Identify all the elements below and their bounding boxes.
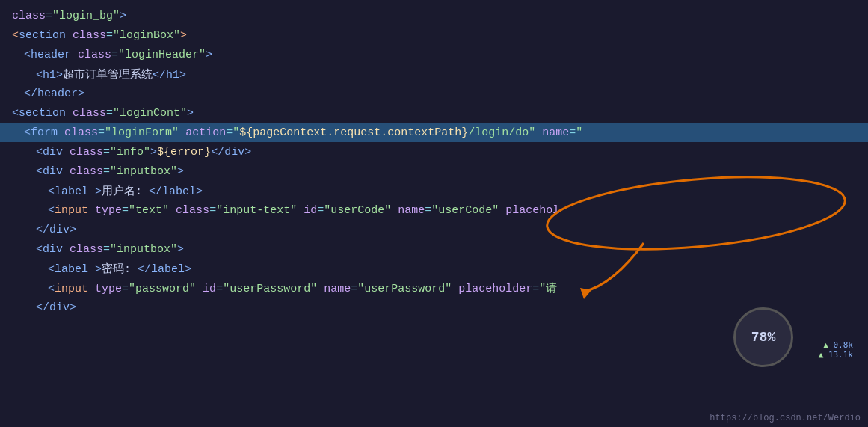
perf-stat1: ▲ 0.8k (819, 340, 853, 350)
code-text: </div> (36, 301, 76, 314)
code-text: <input type="text" class="input-text" id… (48, 204, 559, 217)
bottom-url: https://blog.csdn.net/Werdio (710, 413, 861, 423)
code-text: </div> (36, 224, 76, 236)
code-line: class="login_bg"> (0, 6, 868, 25)
code-line: <label >用户名: </label> (0, 181, 868, 200)
code-line: </header> (0, 84, 868, 103)
code-text: <section class="loginCont"> (12, 107, 194, 120)
code-line: <div class="inputbox"> (0, 162, 868, 181)
perf-stat2: ▲ 13.1k (819, 350, 853, 360)
code-line: <input type="text" class="input-text" id… (0, 200, 868, 220)
code-line: <input type="password" id="userPassword"… (0, 278, 868, 298)
perf-widget: 78% (733, 307, 793, 367)
code-text: <input type="password" id="userPassword"… (48, 281, 557, 295)
code-text: <div class="info">${error}</div> (36, 146, 251, 159)
code-line: <header class="loginHeader"> (0, 45, 868, 64)
perf-stats: ▲ 0.8k ▲ 13.1k (819, 340, 853, 360)
code-line: <section class="loginBox"> (0, 25, 868, 45)
code-text: class="login_bg"> (12, 10, 126, 22)
code-text: <h1>超市订单管理系统</h1> (36, 67, 186, 82)
code-text: <label >用户名: </label> (48, 184, 203, 198)
code-text: <header class="loginHeader"> (24, 49, 212, 61)
code-text: <div class="inputbox"> (36, 165, 184, 178)
code-text: <div class="inputbox"> (36, 243, 184, 256)
code-line: <h1>超市订单管理系统</h1> (0, 64, 868, 84)
code-text: </header> (24, 87, 84, 100)
code-text: <section class="loginBox"> (12, 29, 187, 42)
code-text: <form class="loginForm" action="${pageCo… (24, 126, 582, 139)
code-line: <div class="info">${error}</div> (0, 142, 868, 162)
code-line: <label >密码: </label> (0, 259, 868, 278)
code-line: <section class="loginCont"> (0, 103, 868, 123)
code-editor: class="login_bg"> <section class="loginB… (0, 0, 868, 427)
code-lines: class="login_bg"> <section class="loginB… (0, 0, 868, 323)
code-line: </div> (0, 298, 868, 317)
code-line: <div class="inputbox"> (0, 239, 868, 259)
code-text: <label >密码: </label> (48, 262, 191, 276)
code-line: </div> (0, 220, 868, 239)
code-line-highlighted: <form class="loginForm" action="${pageCo… (0, 123, 868, 142)
perf-percentage: 78% (751, 330, 775, 345)
